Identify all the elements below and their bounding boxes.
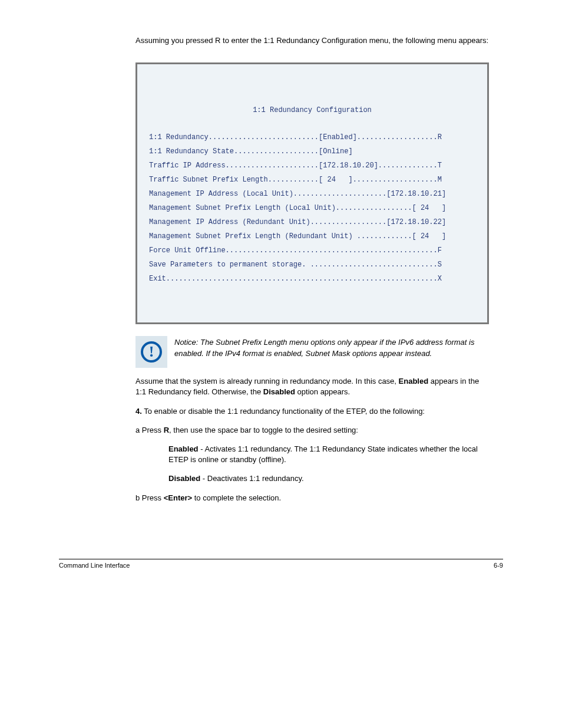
page-footer: Command Line Interface 6-9 [59,562,503,569]
config-line: Traffic IP Address......................… [149,159,475,173]
option-enabled: Enabled - Activates 1:1 redundancy. The … [168,444,489,465]
intro-note: Assuming you pressed R to enter the 1:1 … [135,35,503,46]
footer-left: Command Line Interface [59,562,130,569]
config-title: 1:1 Redundancy Configuration [149,103,475,117]
footer-rule [59,559,503,559]
config-line: 1:1 Redundancy..........................… [149,130,475,144]
config-line: Traffic Subnet Prefix Length............… [149,173,475,187]
config-line: Management IP Address (Local Unit)......… [149,187,475,201]
step-4: 4. To enable or disable the 1:1 redundan… [135,406,489,417]
substep-a: a Press R, then use the space bar to tog… [135,425,489,436]
substep-b: b Press <Enter> to complete the selectio… [135,493,489,503]
notice-text: Notice: The Subnet Prefix Length menu op… [174,337,489,360]
option-disabled: Disabled - Deactivates 1:1 redundancy. [168,473,489,484]
config-line: Exit....................................… [149,272,475,286]
notice-block: ! Notice: The Subnet Prefix Length menu … [135,336,489,368]
body-text: Assume that the system is already runnin… [135,376,489,503]
config-line: 1:1 Redundancy State....................… [149,144,475,159]
config-line: Management IP Address (Redundant Unit)..… [149,215,475,229]
config-line: Management Subnet Prefix Length (Redunda… [149,229,475,243]
config-line: Management Subnet Prefix Length (Local U… [149,201,475,215]
alert-icon: ! [141,341,162,363]
notice-icon-wrap: ! [135,336,167,368]
redundancy-config-box: 1:1 Redundancy Configuration1:1 Redundan… [135,62,489,324]
footer-right: 6-9 [494,562,503,569]
paragraph-redundancy-status: Assume that the system is already runnin… [135,376,489,397]
config-line: Save Parameters to permanent storage. ..… [149,258,475,272]
config-line: Force Unit Offline......................… [149,243,475,258]
